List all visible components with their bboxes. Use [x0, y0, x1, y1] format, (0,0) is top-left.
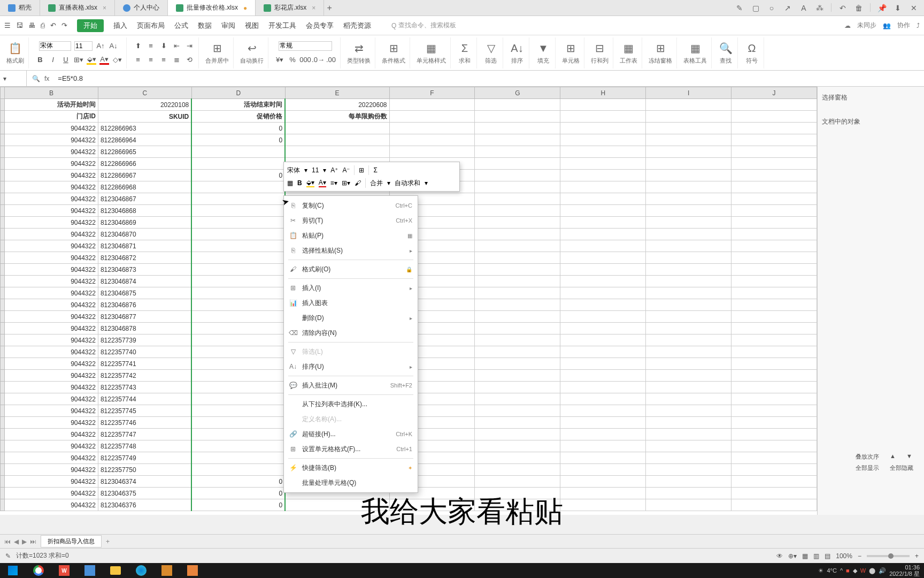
inc-decimal-icon[interactable]: .0→ [313, 55, 323, 65]
cells-icon[interactable]: ⊞ [564, 41, 579, 56]
cm-paste-special[interactable]: ⎘选择性粘贴(S)▸ [284, 243, 418, 258]
freeze-icon[interactable]: ⊞ [653, 41, 668, 56]
menu-formula[interactable]: 公式 [174, 21, 188, 31]
show-all-button[interactable]: 全部显示 [856, 464, 879, 472]
menu-view[interactable]: 视图 [245, 21, 259, 31]
break-view-icon[interactable]: ▤ [825, 552, 830, 560]
column-header-G[interactable]: G [475, 87, 560, 99]
sheet-tab[interactable]: 折扣商品导入信息 [41, 535, 102, 547]
cm-quick-filter[interactable]: ⚡快捷筛选(B)✦ [284, 460, 418, 475]
undo-icon[interactable]: ↶ [838, 3, 848, 13]
border-icon[interactable]: ⊞▾ [342, 179, 350, 187]
font-color-icon[interactable]: A▾ [319, 179, 326, 187]
cm-cut[interactable]: ✂剪切(T)Ctrl+X [284, 213, 418, 228]
table-row[interactable]: 904432281228669640 [1, 134, 817, 146]
align-bottom-icon[interactable]: ⬇ [159, 41, 168, 51]
column-header-C[interactable]: C [98, 87, 191, 99]
align-icon[interactable]: ≡▾ [330, 179, 337, 187]
column-header-J[interactable]: J [732, 87, 817, 99]
cm-clear[interactable]: ⌫清除内容(N) [284, 325, 418, 340]
menu-member[interactable]: 会员专享 [306, 21, 334, 31]
align-top-icon[interactable]: ⬆ [133, 41, 143, 51]
font-size-select[interactable] [74, 41, 93, 51]
next-sheet-icon[interactable]: ▶ [22, 538, 27, 545]
formula-input[interactable]: =E5*0.8 [55, 74, 924, 82]
close-window-icon[interactable]: ✕ [909, 3, 919, 13]
undo-icon[interactable]: ↶ [50, 21, 56, 29]
autosum-icon[interactable]: Σ [373, 166, 377, 174]
search-bar[interactable]: Q 查找命令、搜索模板 [391, 21, 456, 30]
align-middle-icon[interactable]: ≡ [146, 41, 156, 51]
cm-define-name[interactable]: 定义名称(A)... [284, 412, 418, 427]
tray-icon[interactable]: ◆ [853, 567, 857, 574]
increase-font-icon[interactable]: A⁺ [330, 166, 338, 174]
zoom-out-icon[interactable]: − [858, 552, 861, 560]
sync-icon[interactable]: ☁ [844, 22, 851, 29]
format-icon[interactable]: ▦ [287, 179, 293, 187]
merge-icon[interactable]: ⊞ [359, 166, 364, 174]
redo-icon[interactable]: ↷ [61, 21, 67, 29]
format-painter-icon[interactable]: 🖌 [355, 179, 361, 187]
column-header-H[interactable]: H [560, 87, 646, 99]
prev-sheet-icon[interactable]: ◀ [14, 538, 19, 545]
font-name-select[interactable] [39, 41, 71, 51]
convert-icon[interactable]: ⇄ [351, 41, 366, 56]
cm-insert[interactable]: ⊞插入(I)▸ [284, 280, 418, 295]
zoom-slider[interactable] [867, 555, 910, 557]
add-sheet-button[interactable]: + [102, 538, 114, 545]
align-left-icon[interactable]: ≡ [133, 55, 143, 65]
menu-layout[interactable]: 页面布局 [137, 21, 165, 31]
menu-home[interactable]: 开始 [77, 19, 104, 32]
increase-font-icon[interactable]: A↑ [96, 41, 105, 51]
cm-format-cells[interactable]: ⊞设置单元格格式(F)...Ctrl+1 [284, 442, 418, 457]
comma-icon[interactable]: 000 [301, 55, 310, 65]
tab-profile[interactable]: 个人中心 [115, 0, 168, 16]
volume-icon[interactable]: 🔊 [879, 567, 886, 574]
indent-right-icon[interactable]: ⇥ [184, 41, 194, 51]
cell-style-icon[interactable]: ▦ [424, 41, 439, 56]
clear-format-icon[interactable]: ◇▾ [112, 55, 122, 65]
tab-sheet-active[interactable]: 批量修改价格.xlsx● [168, 0, 256, 16]
percent-icon[interactable]: % [288, 55, 297, 65]
cm-hyperlink[interactable]: 🔗超链接(H)...Ctrl+K [284, 427, 418, 442]
trash-icon[interactable]: 🗑 [854, 3, 864, 13]
tab-docker[interactable]: 稻壳 [0, 0, 40, 16]
column-header-F[interactable]: F [389, 87, 475, 99]
circle-icon[interactable]: ○ [767, 3, 776, 13]
text-icon[interactable]: A [799, 3, 808, 13]
italic-icon[interactable]: I [48, 55, 58, 65]
edge-icon[interactable] [128, 563, 154, 578]
menu-data[interactable]: 数据 [198, 21, 212, 31]
first-sheet-icon[interactable]: ⏮ [4, 538, 11, 545]
cm-format-painter[interactable]: 🖌格式刷(O)🔒 [284, 262, 418, 277]
tray-up-icon[interactable]: ^ [840, 567, 843, 574]
wrap-icon[interactable]: ↩ [244, 41, 259, 56]
menu-icon[interactable]: ☰ [4, 21, 11, 29]
app-icon[interactable] [154, 563, 180, 578]
save-icon[interactable]: 🖫 [16, 21, 23, 29]
arrow-icon[interactable]: ↗ [783, 3, 792, 13]
menu-resource[interactable]: 稻壳资源 [343, 21, 371, 31]
bold-icon[interactable]: B [297, 179, 302, 187]
decrease-font-icon[interactable]: A↓ [109, 41, 118, 51]
cm-copy[interactable]: ⎘复制(C)Ctrl+C [284, 198, 418, 213]
tray-icon[interactable]: ⬤ [869, 567, 875, 574]
eye-icon[interactable]: 👁 [776, 552, 783, 560]
hide-all-button[interactable]: 全部隐藏 [890, 464, 913, 472]
find-icon[interactable]: 🔍 [718, 41, 733, 56]
cm-paste[interactable]: 📋粘贴(P)▦ [284, 228, 418, 243]
wps-icon[interactable]: W [51, 563, 77, 578]
fill-color-icon[interactable]: ⬙▾ [306, 179, 314, 187]
filter-icon[interactable]: ▽ [483, 41, 498, 56]
close-icon[interactable]: ● [243, 4, 247, 12]
print-icon[interactable]: 🖶 [28, 21, 35, 29]
sum-icon[interactable]: Σ [457, 41, 472, 56]
share-icon[interactable]: ⤴ [917, 22, 920, 29]
worksheet-icon[interactable]: ▦ [621, 41, 636, 56]
column-header-B[interactable]: B [4, 87, 98, 99]
name-box[interactable]: ▾ [0, 71, 27, 86]
orientation-icon[interactable]: ⟲ [184, 55, 194, 65]
table-tools-icon[interactable]: ▦ [688, 41, 703, 56]
merge-icon[interactable]: ⊞ [210, 41, 225, 56]
indent-left-icon[interactable]: ⇤ [172, 41, 181, 51]
